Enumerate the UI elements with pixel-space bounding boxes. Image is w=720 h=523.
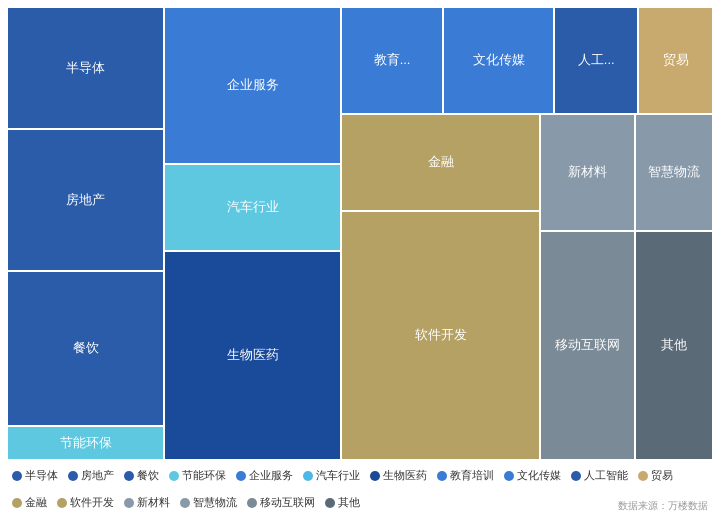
legend-item-education: 教育培训 — [437, 468, 494, 483]
legend-dot-energy-saving — [169, 471, 179, 481]
legend-label-semiconductor: 半导体 — [25, 468, 58, 483]
col-1: 半导体 房地产 餐饮 节能环保 — [8, 8, 163, 459]
cell-ai[interactable]: 人工... — [555, 8, 637, 113]
cell-trade-label: 贸易 — [663, 51, 689, 69]
legend-label-real-estate: 房地产 — [81, 468, 114, 483]
legend-dot-smart-logistics — [180, 498, 190, 508]
cell-smart-logistics[interactable]: 智慧物流 — [636, 115, 712, 230]
legend-label-trade: 贸易 — [651, 468, 673, 483]
cell-software[interactable]: 软件开发 — [342, 212, 539, 459]
cell-mobile-internet[interactable]: 移动互联网 — [541, 232, 634, 459]
cell-catering-label: 餐饮 — [73, 339, 99, 357]
legend-item-other: 其他 — [325, 495, 360, 510]
legend: 半导体 房地产 餐饮 节能环保 企业服务 汽车行业 生物医药 教育培训 — [8, 459, 712, 515]
cell-enterprise-service-label: 企业服务 — [227, 76, 279, 94]
legend-dot-enterprise-service — [236, 471, 246, 481]
legend-label-enterprise-service: 企业服务 — [249, 468, 293, 483]
cell-culture-media[interactable]: 文化传媒 — [444, 8, 553, 113]
cell-education-label: 教育... — [374, 51, 411, 69]
legend-label-mobile-internet: 移动互联网 — [260, 495, 315, 510]
legend-dot-other — [325, 498, 335, 508]
cell-bio-pharma[interactable]: 生物医药 — [165, 252, 340, 459]
legend-item-mobile-internet: 移动互联网 — [247, 495, 315, 510]
legend-dot-mobile-internet — [247, 498, 257, 508]
legend-dot-trade — [638, 471, 648, 481]
cell-smart-logistics-label: 智慧物流 — [648, 163, 700, 181]
cell-culture-media-label: 文化传媒 — [473, 51, 525, 69]
cell-semiconductor-label: 半导体 — [66, 59, 105, 77]
col-2: 企业服务 汽车行业 生物医药 — [165, 8, 340, 459]
legend-item-finance: 金融 — [12, 495, 47, 510]
legend-label-finance: 金融 — [25, 495, 47, 510]
legend-label-software: 软件开发 — [70, 495, 114, 510]
legend-label-education: 教育培训 — [450, 468, 494, 483]
legend-item-enterprise-service: 企业服务 — [236, 468, 293, 483]
cell-energy-saving[interactable]: 节能环保 — [8, 427, 163, 459]
cell-real-estate[interactable]: 房地产 — [8, 130, 163, 270]
legend-item-semiconductor: 半导体 — [12, 468, 58, 483]
legend-item-real-estate: 房地产 — [68, 468, 114, 483]
cell-semiconductor[interactable]: 半导体 — [8, 8, 163, 128]
legend-label-culture-media: 文化传媒 — [517, 468, 561, 483]
legend-dot-software — [57, 498, 67, 508]
legend-item-smart-logistics: 智慧物流 — [180, 495, 237, 510]
legend-dot-education — [437, 471, 447, 481]
top-row: 教育... 文化传媒 人工... 贸易 — [342, 8, 712, 113]
legend-dot-semiconductor — [12, 471, 22, 481]
legend-dot-new-material — [124, 498, 134, 508]
cell-catering[interactable]: 餐饮 — [8, 272, 163, 425]
legend-dot-catering — [124, 471, 134, 481]
cell-other-label: 其他 — [661, 336, 687, 354]
legend-item-software: 软件开发 — [57, 495, 114, 510]
mid-right-row: 新材料 智慧物流 — [541, 115, 712, 230]
cell-finance-label: 金融 — [428, 153, 454, 171]
cell-bio-pharma-label: 生物医药 — [227, 346, 279, 364]
cell-new-material[interactable]: 新材料 — [541, 115, 634, 230]
col-3-left: 金融 软件开发 — [342, 115, 539, 459]
legend-dot-ai — [571, 471, 581, 481]
legend-label-ai: 人工智能 — [584, 468, 628, 483]
legend-label-auto: 汽车行业 — [316, 468, 360, 483]
legend-dot-auto — [303, 471, 313, 481]
cell-energy-saving-label: 节能环保 — [60, 434, 112, 452]
cell-auto[interactable]: 汽车行业 — [165, 165, 340, 250]
col-3: 教育... 文化传媒 人工... 贸易 金融 — [342, 8, 712, 459]
legend-item-auto: 汽车行业 — [303, 468, 360, 483]
cell-education[interactable]: 教育... — [342, 8, 442, 113]
cell-finance[interactable]: 金融 — [342, 115, 539, 210]
main-container: 半导体 房地产 餐饮 节能环保 企业服务 汽车行业 生物医药 — [0, 0, 720, 523]
legend-label-energy-saving: 节能环保 — [182, 468, 226, 483]
legend-dot-finance — [12, 498, 22, 508]
legend-label-other: 其他 — [338, 495, 360, 510]
legend-item-culture-media: 文化传媒 — [504, 468, 561, 483]
bottom-area: 金融 软件开发 新材料 智慧物流 — [342, 115, 712, 459]
legend-item-trade: 贸易 — [638, 468, 673, 483]
legend-label-bio-pharma: 生物医药 — [383, 468, 427, 483]
cell-ai-label: 人工... — [578, 51, 615, 69]
source-text: 数据来源：万楼数据 — [618, 499, 708, 513]
cell-software-label: 软件开发 — [415, 326, 467, 344]
legend-label-catering: 餐饮 — [137, 468, 159, 483]
cell-mobile-internet-label: 移动互联网 — [555, 336, 620, 354]
cell-other[interactable]: 其他 — [636, 232, 712, 459]
legend-dot-culture-media — [504, 471, 514, 481]
legend-label-new-material: 新材料 — [137, 495, 170, 510]
cell-auto-label: 汽车行业 — [227, 198, 279, 216]
legend-item-new-material: 新材料 — [124, 495, 170, 510]
treemap: 半导体 房地产 餐饮 节能环保 企业服务 汽车行业 生物医药 — [8, 8, 712, 459]
cell-trade[interactable]: 贸易 — [639, 8, 712, 113]
legend-item-ai: 人工智能 — [571, 468, 628, 483]
cell-enterprise-service[interactable]: 企业服务 — [165, 8, 340, 163]
legend-item-bio-pharma: 生物医药 — [370, 468, 427, 483]
col-3-right: 新材料 智慧物流 移动互联网 其他 — [541, 115, 712, 459]
legend-dot-bio-pharma — [370, 471, 380, 481]
legend-item-energy-saving: 节能环保 — [169, 468, 226, 483]
cell-new-material-label: 新材料 — [568, 163, 607, 181]
bot-right-row: 移动互联网 其他 — [541, 232, 712, 459]
legend-item-catering: 餐饮 — [124, 468, 159, 483]
legend-dot-real-estate — [68, 471, 78, 481]
cell-real-estate-label: 房地产 — [66, 191, 105, 209]
legend-label-smart-logistics: 智慧物流 — [193, 495, 237, 510]
